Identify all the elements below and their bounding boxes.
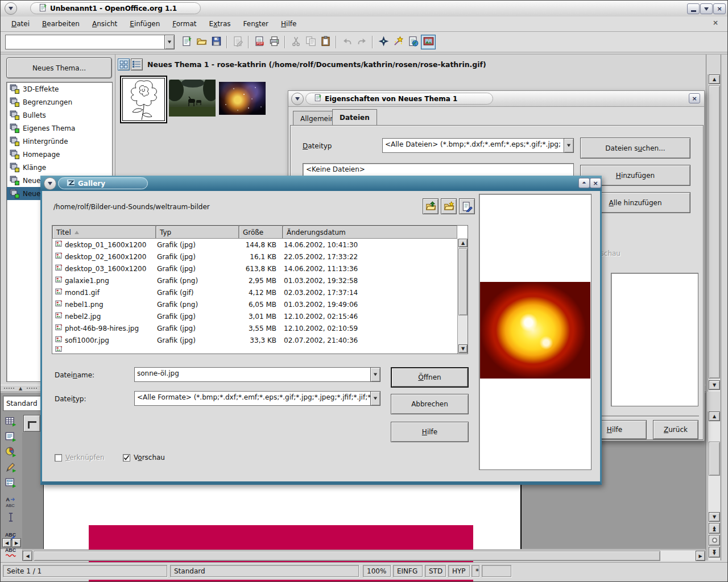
url-combo[interactable]: [5, 35, 175, 49]
modified-indicator[interactable]: *: [471, 565, 479, 577]
column-header-typ[interactable]: Typ: [156, 226, 239, 239]
column-header-titel[interactable]: Titel: [52, 226, 156, 239]
column-header-nderungsdatum[interactable]: Änderungsdatum: [283, 226, 457, 239]
print-button[interactable]: [267, 35, 281, 49]
dropdown-button[interactable]: [564, 138, 574, 153]
theme-item-bullets[interactable]: Bullets: [7, 109, 112, 122]
filetype-combo[interactable]: <Alle Formate> (*.bmp;*.dxf;*.emf;*.eps;…: [134, 391, 380, 406]
undo-button[interactable]: [340, 35, 354, 49]
insert-mode-indicator[interactable]: EINFG: [393, 565, 423, 577]
scroll-up-button[interactable]: ▲: [709, 74, 720, 84]
filetype-value[interactable]: <Alle Formate> (*.bmp;*.dxf;*.emf;*.eps;…: [134, 391, 370, 406]
cancel-button[interactable]: Abbrechen: [391, 394, 469, 414]
table-row[interactable]: nebel1.pngGrafik (png)6,05 MB01.03.2002,…: [52, 298, 468, 310]
tab-type-selector[interactable]: [23, 415, 40, 432]
table-row[interactable]: sofi1000r.jpgGrafik (jpg)33,3 KB02.07.20…: [52, 334, 468, 346]
dialog-title-bar[interactable]: Gallery ⏶ ×: [40, 176, 602, 191]
paste-button[interactable]: [318, 35, 332, 49]
table-row[interactable]: desktop_03_1600x1200Grafik (jpg)613,8 KB…: [52, 263, 468, 275]
shade-dialog-button[interactable]: ⏶: [578, 178, 590, 188]
insert-object-button[interactable]: [4, 445, 18, 459]
toolbar-scroll-left[interactable]: ◀: [2, 538, 11, 547]
theme-item-hintergr-nde[interactable]: Hintergründe: [7, 135, 112, 148]
menu-datei[interactable]: Datei: [5, 18, 36, 30]
theme-item-3d-effekte[interactable]: 3D-Effekte: [7, 82, 112, 95]
close-window-button[interactable]: ×: [713, 3, 726, 14]
menu-hilfe[interactable]: Hilfe: [275, 18, 303, 30]
table-row[interactable]: galaxie1.pngGrafik (png)2,95 MB01.03.200…: [52, 275, 468, 286]
export-pdf-button[interactable]: PDF: [253, 35, 266, 49]
create-new-folder-button[interactable]: [441, 198, 457, 214]
hyperlink-dialog-button[interactable]: [391, 35, 405, 49]
menu-fenster[interactable]: Fenster: [237, 18, 275, 30]
form-functions-button[interactable]: [4, 476, 18, 489]
insert-table-button[interactable]: [4, 414, 18, 428]
find-files-button[interactable]: Dateien suchen...: [580, 138, 690, 159]
link-checkbox[interactable]: Verknüpfen: [55, 454, 105, 462]
toolbar-scroll-right[interactable]: ▶: [12, 538, 21, 547]
table-row[interactable]: mond1.gifGrafik (gif)4,12 MB02.03.2002, …: [52, 286, 468, 298]
scrollbar-thumb[interactable]: [709, 442, 720, 476]
menu-ansicht[interactable]: Ansicht: [86, 18, 123, 30]
file-type-combo[interactable]: <Alle Dateien> (*.bmp;*.dxf;*.emf;*.eps;…: [382, 138, 574, 153]
filename-input[interactable]: sonne-öl.jpg: [134, 367, 370, 382]
window-menu-button[interactable]: [5, 2, 17, 15]
thumbnail-rose-drawing[interactable]: [120, 76, 167, 123]
cut-button[interactable]: [289, 35, 303, 49]
open-folder-button[interactable]: [195, 35, 208, 49]
autotext-button[interactable]: AABC: [4, 495, 18, 509]
close-document-button[interactable]: ×: [710, 19, 721, 29]
table-row-partial[interactable]: [52, 346, 468, 354]
dropdown-button[interactable]: [370, 391, 380, 406]
scroll-up-button[interactable]: ▲: [458, 239, 468, 247]
scroll-left-button[interactable]: ◀: [23, 551, 32, 561]
theme-item-begrenzungen[interactable]: Begrenzungen: [7, 95, 112, 109]
menu-bearbeiten[interactable]: Bearbeiten: [36, 18, 86, 30]
close-dialog-button[interactable]: ×: [590, 178, 601, 188]
gallery-scrollbar[interactable]: ▲ ▼: [708, 74, 720, 392]
open-button[interactable]: Öffnen: [391, 367, 469, 388]
dialog-menu-button[interactable]: [44, 177, 56, 190]
url-dropdown-button[interactable]: [164, 35, 175, 49]
file-type-value[interactable]: <Alle Dateien> (*.bmp;*.dxf;*.emf;*.eps;…: [382, 138, 564, 153]
url-input[interactable]: [5, 35, 164, 49]
table-row[interactable]: nebel2.jpgGrafik (jpg)3,01 MB12.10.2002,…: [52, 310, 468, 322]
web-document-button[interactable]: [406, 35, 420, 49]
up-one-level-button[interactable]: [423, 198, 439, 214]
theme-item-kl-nge[interactable]: Klänge: [7, 161, 112, 174]
thumbnail-nebula[interactable]: [219, 82, 266, 115]
next-page-button[interactable]: ▼▼: [709, 547, 720, 558]
table-row[interactable]: desktop_02_1600x1200Grafik (jpg)16,1 KB2…: [52, 251, 468, 263]
table-row[interactable]: phot-46b-98-hires.jpgGrafik (jpg)3,55 MB…: [52, 322, 468, 334]
table-row[interactable]: desktop_01_1600x1200Grafik (jpg)144,8 KB…: [52, 239, 468, 251]
minimize-button[interactable]: [687, 3, 700, 14]
copy-button[interactable]: [304, 35, 317, 49]
checkbox-checked-icon[interactable]: [123, 454, 130, 462]
new-theme-button[interactable]: Neues Thema...: [6, 57, 112, 78]
scroll-up-button[interactable]: ▲: [709, 411, 720, 421]
icon-view-button[interactable]: [118, 59, 130, 70]
back-button[interactable]: Zurück: [653, 420, 698, 439]
column-header-gre[interactable]: Größe: [239, 226, 283, 239]
preview-checkbox[interactable]: Vorschau: [123, 454, 165, 462]
scroll-down-button[interactable]: ▼: [709, 512, 720, 522]
theme-item-homepage[interactable]: Homepage: [7, 148, 112, 161]
gallery-button[interactable]: [421, 35, 436, 49]
table-scrollbar[interactable]: ▲ ▼: [457, 239, 468, 354]
scroll-down-button[interactable]: ▼: [458, 344, 468, 353]
window-title-bar[interactable]: Unbenannt1 - OpenOffice.org 1.1 ×: [1, 1, 728, 17]
horizontal-scrollbar[interactable]: ◀ ▶: [22, 550, 706, 561]
insert-frame-button[interactable]: [4, 430, 18, 443]
direct-cursor-button[interactable]: [4, 510, 18, 524]
selection-mode-indicator[interactable]: STD: [425, 565, 446, 577]
tab-dateien[interactable]: Dateien: [332, 109, 377, 126]
list-view-button[interactable]: [131, 59, 143, 70]
draw-functions-button[interactable]: [4, 460, 18, 474]
save-button[interactable]: [209, 35, 223, 49]
scrollbar-thumb[interactable]: [34, 551, 660, 561]
navigator-button[interactable]: [377, 35, 390, 49]
help-button[interactable]: Hilfe: [391, 422, 469, 442]
scroll-right-button[interactable]: ▶: [696, 551, 705, 561]
close-dialog-button[interactable]: ×: [689, 93, 700, 103]
thumbnail-landscape-with-horses[interactable]: [169, 80, 216, 117]
